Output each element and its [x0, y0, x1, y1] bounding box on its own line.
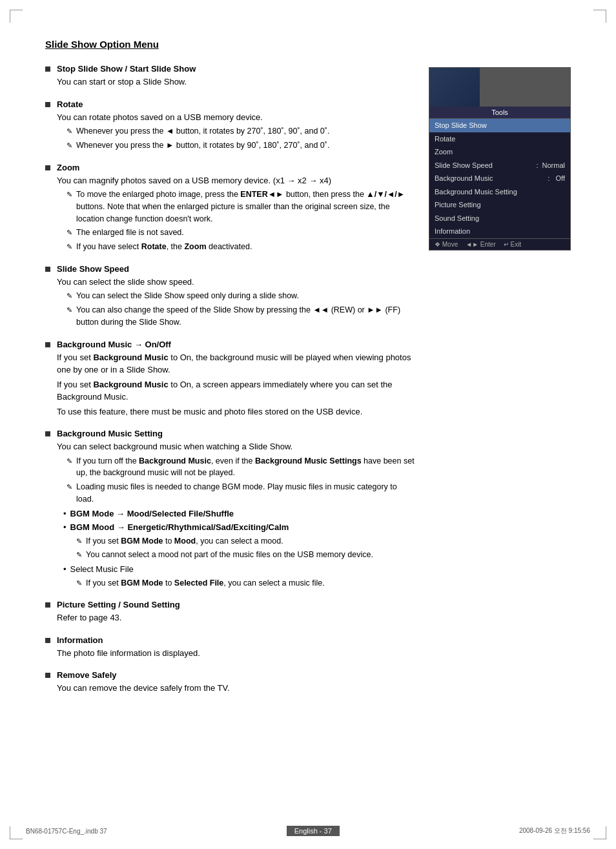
entry-content: Slide Show Speed You can select the slid…: [57, 264, 416, 331]
tools-item-background-music-setting[interactable]: Background Music Setting: [429, 185, 570, 199]
note-icon: ✎: [67, 305, 72, 316]
note-text: You cannot select a mood not part of the…: [86, 549, 373, 561]
heading-rotate: Rotate: [57, 99, 416, 109]
bullet-icon: [45, 342, 50, 347]
entry-remove-safely: Remove Safely You can remove the device …: [45, 670, 416, 697]
bullet-bgm-mode: • BGM Mode → Mood/Selected File/Shuffle: [63, 507, 416, 520]
bullet-bgm-mood: • BGM Mood → Energetic/Rhythmical/Sad/Ex…: [63, 521, 416, 534]
bullet-dot: •: [63, 563, 67, 576]
note-icon: ✎: [67, 126, 72, 137]
desc-rotate: You can rotate photos saved on a USB mem…: [57, 111, 416, 124]
entry-content: Stop Slide Show / Start Slide Show You c…: [57, 64, 416, 90]
bullet-text: BGM Mode → Mood/Selected File/Shuffle: [70, 507, 234, 520]
note-icon: ✎: [67, 140, 72, 151]
tools-item-information[interactable]: Information: [429, 225, 570, 238]
content-area: Stop Slide Show / Start Slide Show You c…: [45, 64, 571, 706]
bullet-icon: [45, 431, 50, 436]
note-text: You can also change the speed of the Sli…: [76, 304, 416, 329]
footer-left: BN68-01757C-Eng_.indb 37: [26, 828, 107, 835]
note-icon: ✎: [76, 549, 82, 560]
tools-panel: Tools Stop Slide Show Rotate Zoom Slide …: [429, 67, 571, 706]
note-text: If you set BGM Mode to Selected File, yo…: [86, 577, 325, 589]
tools-box: Tools Stop Slide Show Rotate Zoom Slide …: [429, 67, 571, 251]
tools-move: ❖ Move: [435, 241, 458, 248]
bullet-text: Select Music File: [70, 563, 134, 576]
tools-image-inner: [480, 68, 570, 107]
desc-stop-slide-show: You can start or stop a Slide Show.: [57, 76, 416, 88]
bullet-icon: [45, 102, 50, 107]
tools-item-slide-show-speed[interactable]: Slide Show Speed : Normal: [429, 159, 570, 172]
heading-remove-safely: Remove Safely: [57, 670, 416, 680]
page-number-box: English - 37: [287, 826, 340, 836]
note-speed-1: ✎ You can select the Slide Show speed on…: [67, 290, 416, 302]
tools-label-bgmusic: Background Music: [435, 173, 493, 184]
tools-value-bgmusic: : Off: [548, 173, 565, 184]
bullet-icon: [45, 165, 50, 170]
desc-slide-show-speed: You can select the slide show speed.: [57, 276, 416, 289]
page-content: Slide Show Option Menu Stop Slide Show /…: [0, 0, 616, 744]
tools-item-zoom[interactable]: Zoom: [429, 145, 570, 159]
tools-enter: ◄► Enter: [466, 241, 495, 248]
note-icon: ✎: [76, 578, 82, 589]
entry-content: Remove Safely You can remove the device …: [57, 670, 416, 697]
heading-zoom: Zoom: [57, 163, 416, 172]
heading-bg-music-setting: Background Music Setting: [57, 429, 416, 438]
note-text: To move the enlarged photo image, press …: [76, 189, 416, 225]
bullet-dot: •: [63, 521, 67, 534]
desc-bg-music-2: If you set Background Music to On, a scr…: [57, 378, 416, 404]
note-text: If you turn off the Background Music, ev…: [76, 455, 416, 480]
bullet-icon: [45, 602, 50, 608]
entry-content: Information The photo file information i…: [57, 635, 416, 662]
page-footer: BN68-01757C-Eng_.indb 37 English - 37 20…: [0, 826, 616, 836]
desc-bg-music-setting: You can select background music when wat…: [57, 440, 416, 453]
tools-title: Tools: [429, 107, 570, 119]
note-text: If you have select Rotate, the Zoom deac…: [76, 241, 252, 253]
entry-zoom: Zoom You can magnify photos saved on a U…: [45, 163, 416, 255]
entry-content: Picture Setting / Sound Setting Refer to…: [57, 600, 416, 626]
note-zoom-3: ✎ If you have select Rotate, the Zoom de…: [67, 241, 416, 253]
tools-label-speed: Slide Show Speed: [435, 160, 493, 171]
bullet-select-music: • Select Music File: [63, 563, 416, 576]
entry-stop-slide-show: Stop Slide Show / Start Slide Show You c…: [45, 64, 416, 90]
note-text: If you set BGM Mode to Mood, you can sel…: [86, 535, 283, 547]
note-icon: ✎: [67, 241, 72, 252]
heading-information: Information: [57, 635, 416, 645]
note-zoom-2: ✎ The enlarged file is not saved.: [67, 227, 416, 239]
bullet-icon: [45, 66, 50, 72]
entry-content: Background Music → On/Off If you set Bac…: [57, 340, 416, 420]
heading-slide-show-speed: Slide Show Speed: [57, 264, 416, 274]
desc-zoom: You can magnify photos saved on a USB me…: [57, 174, 416, 187]
tools-value-speed: : Normal: [536, 160, 565, 171]
page-number: English - 37: [294, 827, 332, 835]
bullet-icon: [45, 673, 50, 678]
note-bgms-2: ✎ Loading music files is needed to chang…: [67, 481, 416, 506]
bullet-text: BGM Mood → Energetic/Rhythmical/Sad/Exci…: [70, 521, 289, 534]
note-text: Whenever you press the ◄ button, it rota…: [76, 125, 329, 138]
tools-item-rotate[interactable]: Rotate: [429, 132, 570, 146]
note-icon: ✎: [76, 536, 82, 547]
heading-picture-sound: Picture Setting / Sound Setting: [57, 600, 416, 609]
tools-item-sound-setting[interactable]: Sound Setting: [429, 212, 570, 225]
note-bgm-mood-2: ✎ You cannot select a mood not part of t…: [76, 549, 416, 561]
note-zoom-1: ✎ To move the enlarged photo image, pres…: [67, 189, 416, 225]
note-speed-2: ✎ You can also change the speed of the S…: [67, 304, 416, 329]
note-text: Loading music files is needed to change …: [76, 481, 416, 506]
entry-content: Rotate You can rotate photos saved on a …: [57, 99, 416, 154]
tools-item-picture-setting[interactable]: Picture Setting: [429, 198, 570, 212]
note-rotate-2: ✎ Whenever you press the ► button, it ro…: [67, 139, 416, 152]
desc-bg-music-1: If you set Background Music to On, the b…: [57, 351, 416, 376]
bullet-icon: [45, 267, 50, 272]
bullet-dot: •: [63, 507, 67, 520]
note-icon: ✎: [67, 456, 72, 467]
note-icon: ✎: [67, 227, 72, 238]
heading-bg-music: Background Music → On/Off: [57, 340, 416, 349]
tools-footer: ❖ Move ◄► Enter ↵ Exit: [429, 238, 570, 250]
desc-remove-safely: You can remove the device safely from th…: [57, 682, 416, 695]
footer-right: 2008-09-26 오전 9:15:56: [519, 826, 590, 835]
note-text: You can select the Slide Show speed only…: [76, 290, 299, 302]
desc-information: The photo file information is displayed.: [57, 647, 416, 660]
tools-item-background-music[interactable]: Background Music : Off: [429, 172, 570, 185]
bullet-icon: [45, 638, 50, 643]
tools-item-stop-slide-show[interactable]: Stop Slide Show: [429, 119, 570, 132]
note-icon: ✎: [67, 189, 72, 200]
